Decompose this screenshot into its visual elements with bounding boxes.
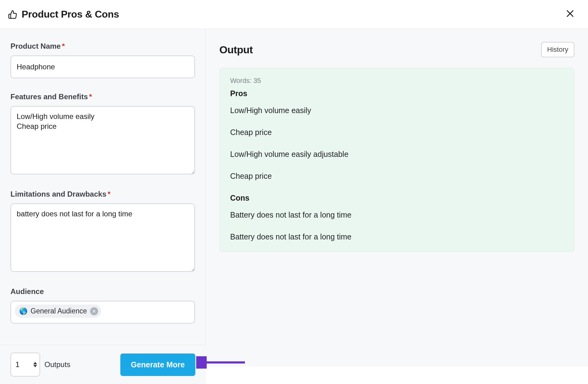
product-name-label: Product Name* xyxy=(10,42,195,51)
word-count: Words: 35 xyxy=(230,77,564,85)
pros-item: Cheap price xyxy=(230,172,564,181)
pros-item: Low/High volume easily adjustable xyxy=(230,150,564,159)
chip-remove-icon[interactable] xyxy=(90,307,98,315)
audience-chip: 🌎 General Audience xyxy=(15,304,101,318)
product-name-input[interactable] xyxy=(10,55,195,78)
bottom-bar: 1 Outputs Generate More xyxy=(0,345,206,384)
form-panel: Product Name* Features and Benefits* Lim… xyxy=(0,29,206,367)
modal-header: Product Pros & Cons xyxy=(0,0,588,29)
outputs-label: Outputs xyxy=(44,360,70,369)
output-title: Output xyxy=(219,44,253,56)
close-icon[interactable] xyxy=(563,7,577,22)
cons-item: Battery does not last for a long time xyxy=(230,232,564,241)
thumbs-up-icon xyxy=(8,10,17,19)
pros-heading: Pros xyxy=(230,89,564,98)
generate-more-button[interactable]: Generate More xyxy=(120,353,195,376)
audience-input[interactable]: 🌎 General Audience xyxy=(10,301,195,324)
history-button[interactable]: History xyxy=(541,42,574,57)
pros-item: Cheap price xyxy=(230,128,564,137)
features-label: Features and Benefits* xyxy=(10,92,195,101)
audience-label: Audience xyxy=(10,287,195,296)
audience-chip-label: General Audience xyxy=(31,307,87,315)
output-panel: Output History Words: 35 Pros Low/High v… xyxy=(206,29,588,367)
limitations-label: Limitations and Drawbacks* xyxy=(10,190,195,198)
cons-item: Battery does not last for a long time xyxy=(230,210,564,219)
stepper-icon[interactable] xyxy=(33,362,37,367)
features-textarea[interactable] xyxy=(10,106,195,174)
page-title: Product Pros & Cons xyxy=(22,9,119,20)
limitations-textarea[interactable] xyxy=(10,203,195,272)
output-card: Words: 35 Pros Low/High volume easily Ch… xyxy=(219,68,574,252)
pros-item: Low/High volume easily xyxy=(230,106,564,115)
outputs-value: 1 xyxy=(15,360,19,369)
outputs-stepper[interactable]: 1 xyxy=(10,353,40,377)
cons-heading: Cons xyxy=(230,194,564,202)
globe-icon: 🌎 xyxy=(19,307,27,315)
